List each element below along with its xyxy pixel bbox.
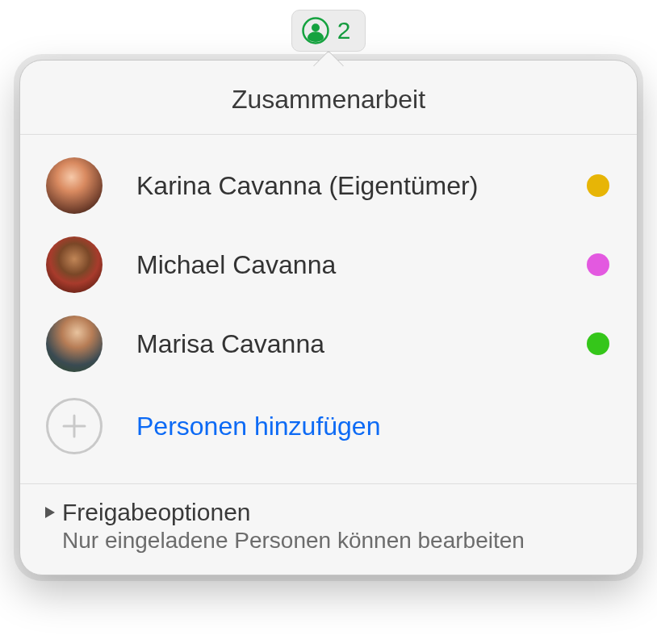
svg-point-1 xyxy=(312,23,320,31)
disclosure-triangle-icon xyxy=(43,505,57,520)
popover-title: Zusammenarbeit xyxy=(36,85,621,115)
avatar xyxy=(46,316,103,372)
participant-name: Karina Cavanna (Eigentümer) xyxy=(136,171,587,201)
participant-name: Michael Cavanna xyxy=(136,250,587,280)
add-people-label: Personen hinzufügen xyxy=(136,412,380,441)
collaboration-button[interactable]: 2 xyxy=(291,10,366,52)
participant-row[interactable]: Michael Cavanna xyxy=(20,225,637,304)
participant-row[interactable]: Marisa Cavanna xyxy=(20,304,637,383)
add-people-button[interactable]: Personen hinzufügen xyxy=(20,383,637,479)
popover-caret xyxy=(312,49,345,67)
share-options-text: Freigabeoptionen Nur eingeladene Persone… xyxy=(62,499,525,554)
collaboration-count: 2 xyxy=(337,17,351,44)
participant-row[interactable]: Karina Cavanna (Eigentümer) xyxy=(20,146,637,225)
share-options-row[interactable]: Freigabeoptionen Nur eingeladene Persone… xyxy=(20,483,637,575)
avatar xyxy=(46,236,103,293)
popover-header: Zusammenarbeit xyxy=(20,61,637,135)
plus-icon xyxy=(46,398,103,454)
svg-marker-4 xyxy=(45,507,55,518)
participant-name: Marisa Cavanna xyxy=(136,329,587,359)
presence-color-dot xyxy=(587,253,609,276)
collaboration-popover: Zusammenarbeit Karina Cavanna (Eigentüme… xyxy=(19,60,638,575)
person-icon xyxy=(302,17,329,44)
share-options-title: Freigabeoptionen xyxy=(62,499,525,526)
popover-body: Zusammenarbeit Karina Cavanna (Eigentüme… xyxy=(19,60,638,575)
avatar xyxy=(46,157,103,214)
presence-color-dot xyxy=(587,174,609,197)
participants-list: Karina Cavanna (Eigentümer) Michael Cava… xyxy=(20,135,637,483)
presence-color-dot xyxy=(587,332,609,355)
share-options-subtitle: Nur eingeladene Personen können bearbeit… xyxy=(62,528,525,554)
